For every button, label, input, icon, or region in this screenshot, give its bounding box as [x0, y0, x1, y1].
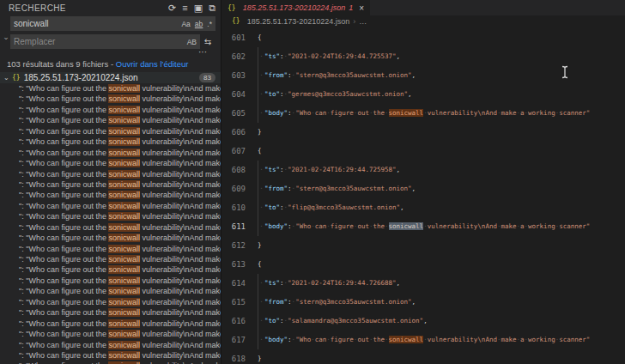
editor-line[interactable]: 604·"to":·"germes@q3mcco35auwcstmt.onion…	[221, 85, 625, 104]
line-number[interactable]: 616	[221, 312, 258, 331]
search-result-row[interactable]: ": "Who can figure out the sonicwall vul…	[0, 83, 221, 94]
editor-line[interactable]: 607{	[221, 142, 625, 161]
line-number[interactable]: 607	[221, 142, 258, 161]
search-result-row[interactable]: ": "Who can figure out the sonicwall vul…	[0, 361, 221, 364]
breadcrumb-more[interactable]: …	[359, 17, 367, 26]
search-result-row[interactable]: ": "Who can figure out the sonicwall vul…	[0, 254, 221, 264]
search-result-row[interactable]: ": "Who can figure out the sonicwall vul…	[0, 148, 221, 158]
search-result-row[interactable]: ": "Who can figure out the sonicwall vul…	[0, 126, 221, 136]
search-result-row[interactable]: ": "Who can figure out the sonicwall vul…	[0, 105, 221, 115]
editor-line[interactable]: 611·"body":·"Who·can·figure·out·the·soni…	[221, 217, 625, 236]
editor-line[interactable]: 606}	[221, 123, 625, 142]
whitespace-dot: ·	[497, 109, 501, 117]
close-icon[interactable]: ×	[359, 3, 364, 13]
match-highlight: sonicwall	[108, 255, 140, 264]
editor-line[interactable]: 616·"to":·"salamandra@q3mcco35auwcstmt.o…	[221, 312, 625, 331]
editor-line[interactable]: 610·"to":·"flip@q3mcco35auwcstmt.onion",	[221, 198, 625, 217]
editor-line[interactable]: 605·"body":·"Who·can·figure·out·the·soni…	[221, 104, 625, 123]
refresh-icon[interactable]: ⟳	[168, 3, 176, 13]
tab-json-file[interactable]: {} 185.25.51.173-20210224.json 1 ×	[221, 0, 370, 15]
search-result-row[interactable]: ": "Who can figure out the sonicwall vul…	[0, 190, 221, 200]
editor-line[interactable]: 603·"from":·"stern@q3mcco35auwcstmt.onio…	[221, 66, 625, 85]
editor-line[interactable]: 613{	[221, 255, 625, 274]
replace-all-icon[interactable]: ⇆	[200, 37, 215, 46]
match-highlight: sonicwall	[108, 84, 140, 93]
line-number[interactable]: 601	[221, 28, 258, 47]
whitespace-dot: ·	[369, 109, 373, 117]
whole-word-icon[interactable]: ab	[195, 20, 203, 28]
code-token: "Who·can·figure·out·the·	[295, 109, 388, 117]
line-number[interactable]: 606	[221, 123, 258, 142]
search-result-row[interactable]: ": "Who can figure out the sonicwall vul…	[0, 222, 221, 233]
search-result-row[interactable]: ": "Who can figure out the sonicwall vul…	[0, 244, 221, 254]
search-result-row[interactable]: ": "Who can figure out the sonicwall vul…	[0, 158, 221, 168]
editor-line[interactable]: 618}	[221, 349, 625, 364]
search-result-row[interactable]: ": "Who can figure out the sonicwall vul…	[0, 201, 221, 211]
toggle-search-details-icon[interactable]: ···	[10, 49, 215, 57]
search-result-row[interactable]: ": "Who can figure out the sonicwall vul…	[0, 307, 221, 318]
open-in-editor-icon[interactable]: ⧉	[209, 3, 215, 13]
whitespace-dot: ·	[311, 109, 315, 117]
result-text: ": "Who can figure out the	[19, 245, 108, 253]
search-input[interactable]	[10, 19, 181, 28]
editor-line[interactable]: 608·"ts":·"2021-02-24T16:29:44.725958",	[221, 161, 625, 179]
editor-line[interactable]: 609·"from":·"stern@q3mcco35auwcstmt.onio…	[221, 179, 625, 198]
line-number[interactable]: 612	[221, 236, 258, 255]
code-token: "body"	[264, 336, 288, 343]
open-in-editor-link[interactable]: Ouvrir dans l'éditeur	[116, 59, 189, 69]
search-result-row[interactable]: ": "Who can figure out the sonicwall vul…	[0, 297, 221, 307]
line-number[interactable]: 608	[221, 161, 258, 179]
search-result-row[interactable]: ": "Who can figure out the sonicwall vul…	[0, 264, 221, 275]
search-result-row[interactable]: ": "Who can figure out the sonicwall vul…	[0, 276, 221, 286]
search-result-row[interactable]: ": "Who can figure out the sonicwall vul…	[0, 211, 221, 221]
search-result-row[interactable]: ": "Who can figure out the sonicwall vul…	[0, 318, 221, 329]
chevron-right-icon: ›	[353, 17, 355, 26]
editor-line[interactable]: 614·"ts":·"2021-02-24T16:29:44.726688",	[221, 274, 625, 293]
editor-line[interactable]: 602·"ts":·"2021-02-24T16:29:44.725537",	[221, 47, 625, 66]
search-result-row[interactable]: ": "Who can figure out the sonicwall vul…	[0, 169, 221, 179]
search-result-row[interactable]: ": "Who can figure out the sonicwall vul…	[0, 286, 221, 296]
search-result-row[interactable]: ": "Who can figure out the sonicwall vul…	[0, 136, 221, 147]
code-token: :·	[288, 222, 295, 230]
search-result-row[interactable]: ": "Who can figure out the sonicwall vul…	[0, 350, 221, 361]
match-highlight: sonicwall	[108, 245, 140, 253]
new-search-editor-icon[interactable]: ▣	[194, 3, 203, 13]
line-number[interactable]: 603	[221, 66, 258, 85]
search-result-row[interactable]: ": "Who can figure out the sonicwall vul…	[0, 94, 221, 104]
replace-input[interactable]	[10, 37, 187, 46]
breadcrumb-file[interactable]: 185.25.51.173-20210224.json	[247, 17, 350, 26]
line-number[interactable]: 604	[221, 85, 258, 104]
result-text: vulnerability\nAnd make a working s...	[140, 265, 221, 274]
search-result-row[interactable]: ": "Who can figure out the sonicwall vul…	[0, 179, 221, 190]
result-text: ": "Who can figure out the	[19, 223, 108, 232]
file-result-header[interactable]: ⌄ {} 185.25.51.173-20210224.json 83	[0, 72, 221, 83]
line-number[interactable]: 611	[221, 217, 258, 236]
line-number[interactable]: 605	[221, 104, 258, 123]
line-number[interactable]: 602	[221, 47, 258, 66]
toggle-replace-button[interactable]: ⌄	[2, 16, 10, 57]
code-token: ·	[258, 274, 264, 293]
code-token: {	[258, 147, 262, 155]
search-result-row[interactable]: ": "Who can figure out the sonicwall vul…	[0, 233, 221, 243]
whitespace-dot: ·	[423, 109, 428, 117]
match-case-icon[interactable]: Aa	[181, 20, 190, 28]
line-number[interactable]: 614	[221, 274, 258, 293]
search-result-row[interactable]: ": "Who can figure out the sonicwall vul…	[0, 340, 221, 350]
line-number[interactable]: 613	[221, 255, 258, 274]
regex-icon[interactable]: .*	[207, 20, 212, 28]
clear-results-icon[interactable]: ≡	[182, 3, 187, 13]
code-area[interactable]: 601{602·"ts":·"2021-02-24T16:29:44.72553…	[221, 27, 625, 364]
line-number[interactable]: 609	[221, 179, 258, 198]
line-number[interactable]: 615	[221, 293, 258, 312]
preserve-case-icon[interactable]: AB	[187, 38, 197, 46]
search-result-row[interactable]: ": "Who can figure out the sonicwall vul…	[0, 329, 221, 339]
line-number[interactable]: 618	[221, 349, 258, 364]
match-highlight: sonicwall	[108, 149, 140, 157]
editor-line[interactable]: 601{	[221, 28, 625, 47]
editor-line[interactable]: 617·"body":·"Who·can·figure·out·the·soni…	[221, 331, 625, 349]
editor-line[interactable]: 615·"from":·"stern@q3mcco35auwcstmt.onio…	[221, 293, 625, 312]
line-number[interactable]: 617	[221, 331, 258, 349]
search-result-row[interactable]: ": "Who can figure out the sonicwall vul…	[0, 115, 221, 125]
line-number[interactable]: 610	[221, 198, 258, 217]
editor-line[interactable]: 612}	[221, 236, 625, 255]
